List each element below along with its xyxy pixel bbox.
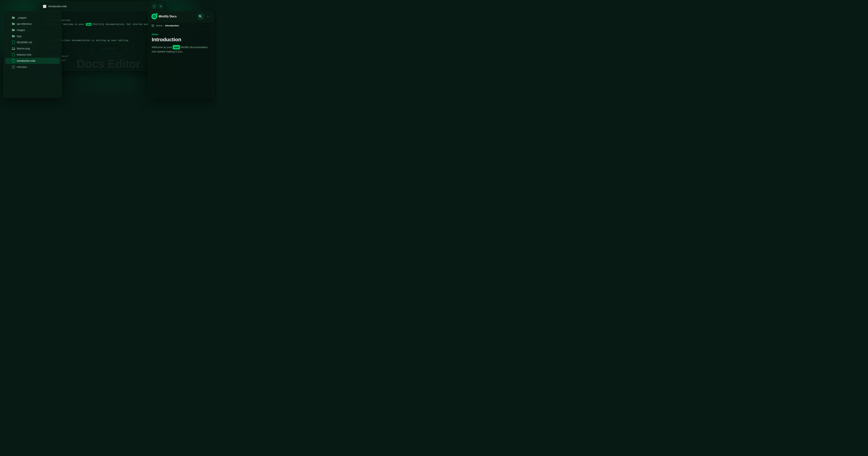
format-button[interactable]: ⊞ — [158, 4, 163, 9]
doc-description: Welcome to your new Mintlify documentati… — [152, 45, 210, 54]
document-icon — [12, 59, 15, 62]
list-item[interactable]: › README.md — [5, 39, 60, 46]
editor-titlebar: ⬜ introduction.mdx ⧉ ⊞ — [40, 2, 166, 11]
nav-hamburger-button[interactable] — [151, 25, 154, 27]
file-name: favicon.png — [17, 47, 30, 50]
breadcrumb: Home › Introduction — [156, 24, 179, 27]
doc-highlight-new: new — [173, 45, 180, 49]
hamburger-line — [151, 26, 154, 27]
breadcrumb-home[interactable]: Home — [156, 24, 162, 27]
copy-button[interactable]: ⧉ — [152, 4, 157, 9]
folder-icon — [12, 28, 15, 32]
list-item[interactable]: › images — [5, 27, 60, 33]
list-item[interactable]: › mint.json — [5, 64, 60, 70]
document-icon — [12, 53, 15, 56]
image-icon — [12, 47, 15, 50]
list-item[interactable]: › api-reference — [5, 21, 60, 27]
editor-actions: ⧉ ⊞ — [152, 4, 163, 9]
docs-brand-name: Mintlify Docs — [159, 15, 177, 18]
document-icon — [12, 41, 15, 44]
chevron-right-icon: › — [7, 29, 10, 31]
chevron-right-icon: › — [7, 23, 10, 25]
docs-preview-panel: Mintlify Docs 🔍 ··· Home › Introduction … — [148, 11, 213, 98]
json-icon — [12, 65, 15, 68]
docs-logo: Mintlify Docs — [151, 13, 196, 19]
file-explorer-panel: › _snippet › api-reference › images › lo… — [4, 11, 61, 98]
chevron-right-icon: › — [7, 17, 10, 19]
file-name: introduction.mdx — [17, 59, 35, 62]
editor-filename: introduction.mdx — [48, 5, 150, 8]
file-name: README.md — [17, 41, 32, 44]
file-name: _snippet — [17, 16, 26, 19]
doc-category: Home — [152, 33, 210, 36]
doc-description-before: Welcome to your — [152, 46, 173, 49]
editor-file-icon: ⬜ — [43, 5, 46, 8]
file-name: images — [17, 29, 25, 31]
docs-content: Home Introduction Welcome to your new Mi… — [149, 29, 213, 57]
list-item-active[interactable]: › introduction.mdx — [5, 58, 60, 64]
hamburger-line — [151, 25, 154, 25]
list-item[interactable]: › favicon.png — [5, 46, 60, 52]
docs-search-button[interactable]: 🔍 — [198, 13, 204, 19]
folder-icon — [12, 34, 15, 38]
file-name: features.mdx — [17, 53, 31, 56]
chevron-right-icon: › — [7, 35, 10, 37]
list-item[interactable]: › logo — [5, 33, 60, 39]
file-name: mint.json — [17, 65, 27, 68]
doc-page-title: Introduction — [152, 37, 210, 42]
file-explorer-inner: › _snippet › api-reference › images › lo… — [4, 11, 61, 74]
mintlify-icon — [153, 15, 156, 18]
file-name: logo — [17, 35, 22, 38]
docs-header: Mintlify Docs 🔍 ··· — [149, 11, 213, 22]
list-item[interactable]: › features.mdx — [5, 52, 60, 58]
hamburger-line — [151, 26, 154, 26]
file-name: api-reference — [17, 23, 32, 25]
folder-icon — [12, 22, 15, 26]
list-item[interactable]: › _snippet — [5, 15, 60, 21]
folder-icon — [12, 16, 15, 19]
breadcrumb-current: Introduction — [165, 24, 179, 27]
docs-more-button[interactable]: ··· — [205, 14, 210, 19]
breadcrumb-separator: › — [163, 25, 164, 27]
docs-nav: Home › Introduction — [149, 22, 213, 29]
mintlify-logo-icon — [151, 13, 157, 19]
